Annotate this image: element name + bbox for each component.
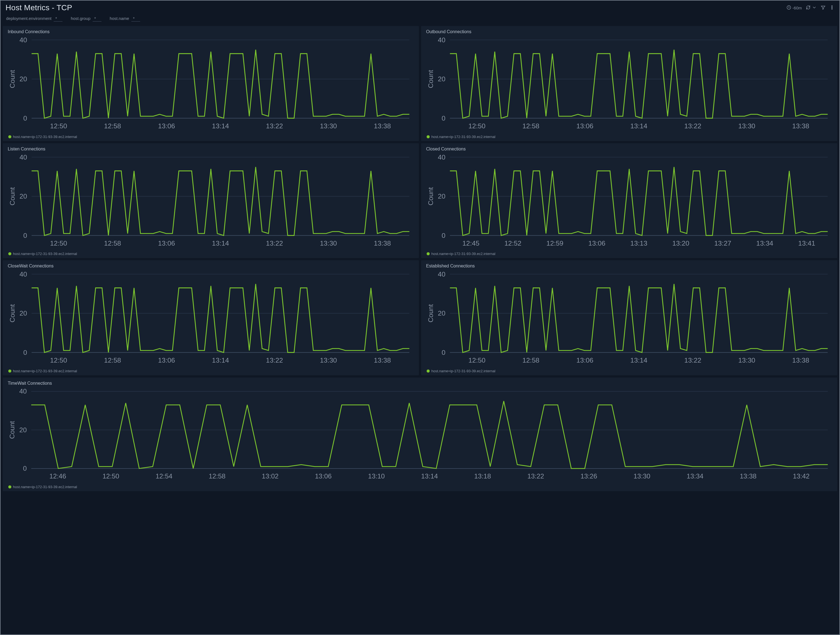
svg-text:40: 40 bbox=[19, 36, 27, 44]
chart[interactable]: 02040Count12:5012:5813:0613:1413:2213:30… bbox=[425, 36, 834, 133]
more-vertical-icon bbox=[829, 5, 834, 11]
chevron-down-icon bbox=[812, 5, 817, 11]
svg-text:13:38: 13:38 bbox=[792, 122, 809, 130]
svg-text:13:14: 13:14 bbox=[212, 240, 229, 247]
svg-point-2 bbox=[832, 7, 832, 8]
chart[interactable]: 02040Count12:4512:5212:5913:0613:1313:20… bbox=[425, 154, 834, 250]
panel-established[interactable]: Established Connections02040Count12:5012… bbox=[421, 260, 837, 375]
legend-label: host.name=ip-172-31-93-39.ec2.internal bbox=[13, 135, 77, 139]
page-title: Host Metrics - TCP bbox=[6, 3, 72, 12]
legend-color-swatch bbox=[8, 370, 11, 373]
legend-color-swatch bbox=[426, 135, 429, 138]
svg-text:12:50: 12:50 bbox=[50, 240, 67, 247]
filter-value: * bbox=[54, 16, 63, 22]
svg-text:Count: Count bbox=[9, 187, 16, 205]
svg-text:20: 20 bbox=[19, 426, 27, 434]
filter-label: deployment.environment bbox=[6, 16, 51, 21]
legend[interactable]: host.name=ip-172-31-93-39.ec2.internal bbox=[8, 369, 415, 373]
svg-text:Count: Count bbox=[8, 421, 16, 439]
panel-listen[interactable]: Listen Connections02040Count12:5012:5813… bbox=[3, 143, 419, 258]
panel-closed[interactable]: Closed Connections02040Count12:4512:5212… bbox=[421, 143, 837, 258]
svg-text:20: 20 bbox=[19, 193, 27, 200]
filter-deployment-environment[interactable]: deployment.environment* bbox=[6, 16, 63, 22]
svg-text:40: 40 bbox=[438, 36, 445, 44]
legend-label: host.name=ip-172-31-93-39.ec2.internal bbox=[13, 485, 77, 489]
legend-label: host.name=ip-172-31-93-39.ec2.internal bbox=[13, 252, 77, 256]
svg-text:13:34: 13:34 bbox=[687, 472, 703, 480]
legend[interactable]: host.name=ip-172-31-93-39.ec2.internal bbox=[8, 135, 415, 139]
legend-color-swatch bbox=[426, 370, 429, 373]
svg-text:13:06: 13:06 bbox=[315, 472, 332, 480]
filter-bar: deployment.environment*host.group*host.n… bbox=[0, 13, 840, 26]
svg-text:12:58: 12:58 bbox=[104, 240, 121, 247]
time-range-label: -60m bbox=[793, 6, 802, 10]
legend[interactable]: host.name=ip-172-31-93-39.ec2.internal bbox=[426, 252, 834, 256]
svg-text:12:50: 12:50 bbox=[468, 357, 486, 364]
svg-text:Count: Count bbox=[9, 70, 16, 88]
svg-text:40: 40 bbox=[19, 154, 27, 161]
svg-text:Count: Count bbox=[427, 187, 434, 205]
svg-text:13:22: 13:22 bbox=[266, 357, 283, 364]
svg-text:13:38: 13:38 bbox=[374, 357, 391, 364]
svg-text:13:26: 13:26 bbox=[580, 472, 597, 480]
svg-text:13:30: 13:30 bbox=[320, 122, 337, 130]
svg-text:13:06: 13:06 bbox=[588, 240, 606, 247]
panel-grid: Inbound Connections02040Count12:5012:581… bbox=[0, 26, 840, 493]
panel-outbound[interactable]: Outbound Connections02040Count12:5012:58… bbox=[421, 26, 837, 141]
filter-button[interactable] bbox=[821, 5, 826, 11]
panel-title: Inbound Connections bbox=[8, 29, 415, 34]
svg-text:12:58: 12:58 bbox=[104, 122, 121, 130]
svg-text:0: 0 bbox=[23, 464, 27, 472]
svg-text:13:06: 13:06 bbox=[576, 357, 594, 364]
clock-icon bbox=[786, 5, 791, 11]
svg-text:12:50: 12:50 bbox=[103, 472, 120, 480]
svg-text:Count: Count bbox=[427, 70, 434, 88]
svg-text:13:20: 13:20 bbox=[672, 240, 689, 247]
filter-value: * bbox=[93, 16, 101, 22]
legend-color-swatch bbox=[8, 135, 11, 138]
legend-color-swatch bbox=[8, 252, 11, 255]
svg-text:12:58: 12:58 bbox=[522, 122, 540, 130]
filter-host-group[interactable]: host.group* bbox=[71, 16, 101, 22]
chart[interactable]: 02040Count12:4612:5012:5412:5813:0213:06… bbox=[6, 388, 834, 483]
svg-text:40: 40 bbox=[19, 271, 27, 278]
svg-text:13:02: 13:02 bbox=[262, 472, 279, 480]
panel-timewait[interactable]: TimeWait Connections02040Count12:4612:50… bbox=[3, 378, 837, 491]
svg-text:20: 20 bbox=[19, 75, 27, 83]
chart[interactable]: 02040Count12:5012:5813:0613:1413:2213:30… bbox=[425, 271, 834, 367]
svg-text:13:10: 13:10 bbox=[368, 472, 385, 480]
svg-text:13:42: 13:42 bbox=[793, 472, 810, 480]
svg-text:12:59: 12:59 bbox=[546, 240, 564, 247]
svg-text:13:22: 13:22 bbox=[527, 472, 544, 480]
legend-label: host.name=ip-172-31-93-39.ec2.internal bbox=[13, 369, 77, 373]
svg-text:13:30: 13:30 bbox=[320, 240, 337, 247]
svg-text:20: 20 bbox=[438, 310, 445, 317]
filter-host-name[interactable]: host.name* bbox=[110, 16, 140, 22]
legend-label: host.name=ip-172-31-93-39.ec2.internal bbox=[431, 135, 496, 139]
chart[interactable]: 02040Count12:5012:5813:0613:1413:2213:30… bbox=[6, 154, 415, 250]
panel-closewait[interactable]: CloseWait Connections02040Count12:5012:5… bbox=[3, 260, 419, 375]
svg-text:13:38: 13:38 bbox=[374, 240, 391, 247]
refresh-button[interactable] bbox=[806, 5, 817, 11]
time-range-picker[interactable]: -60m bbox=[786, 5, 802, 11]
legend[interactable]: host.name=ip-172-31-93-39.ec2.internal bbox=[8, 252, 415, 256]
chart[interactable]: 02040Count12:5012:5813:0613:1413:2213:30… bbox=[6, 271, 415, 367]
svg-text:12:50: 12:50 bbox=[468, 122, 486, 130]
svg-text:13:14: 13:14 bbox=[421, 472, 438, 480]
legend[interactable]: host.name=ip-172-31-93-39.ec2.internal bbox=[8, 485, 834, 489]
svg-text:13:38: 13:38 bbox=[792, 357, 809, 364]
chart[interactable]: 02040Count12:5012:5813:0613:1413:2213:30… bbox=[6, 36, 415, 133]
svg-text:12:58: 12:58 bbox=[104, 357, 121, 364]
svg-text:0: 0 bbox=[442, 232, 445, 239]
svg-text:13:06: 13:06 bbox=[576, 122, 594, 130]
more-menu-button[interactable] bbox=[829, 5, 834, 11]
legend[interactable]: host.name=ip-172-31-93-39.ec2.internal bbox=[426, 135, 834, 139]
panel-inbound[interactable]: Inbound Connections02040Count12:5012:581… bbox=[3, 26, 419, 141]
panel-title: Established Connections bbox=[426, 264, 834, 269]
svg-text:20: 20 bbox=[438, 193, 445, 200]
svg-text:13:06: 13:06 bbox=[158, 357, 175, 364]
svg-text:13:13: 13:13 bbox=[630, 240, 647, 247]
legend[interactable]: host.name=ip-172-31-93-39.ec2.internal bbox=[426, 369, 834, 373]
svg-text:20: 20 bbox=[438, 75, 445, 83]
dashboard-root: Host Metrics - TCP -60m bbox=[0, 0, 840, 635]
